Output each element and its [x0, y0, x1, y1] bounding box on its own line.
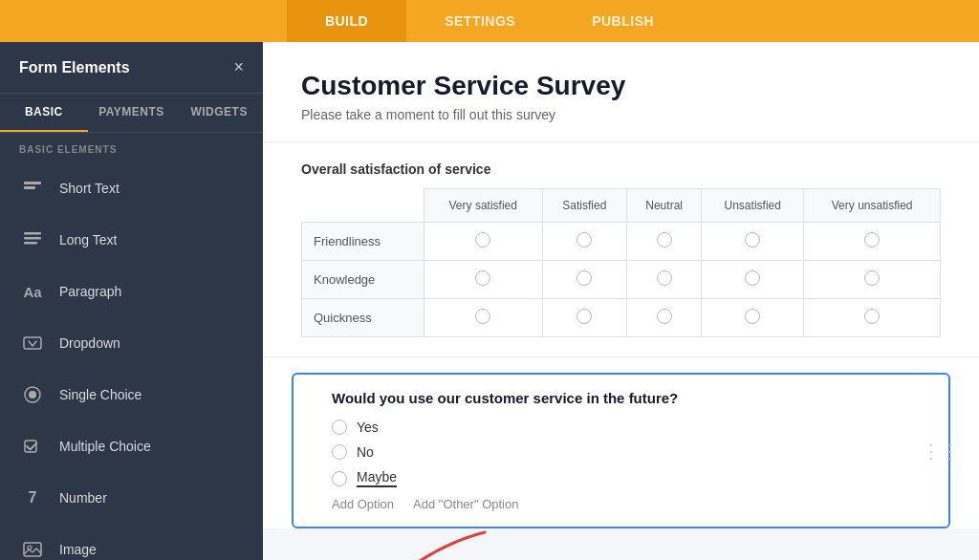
choice-option-yes[interactable]: Yes: [332, 420, 910, 435]
radio-quickness-1[interactable]: [475, 309, 490, 324]
matrix-header-empty: [302, 189, 424, 223]
matrix-row-label-friendliness: Friendliness: [302, 223, 424, 261]
close-button[interactable]: ×: [233, 57, 244, 77]
matrix-header-satisfied: Satisfied: [542, 189, 626, 223]
sidebar-item-single-choice[interactable]: Single Choice: [0, 369, 263, 420]
radio-friendliness-3[interactable]: [657, 232, 672, 248]
number-label: Number: [59, 490, 107, 506]
radio-no[interactable]: [332, 444, 347, 460]
choice-label-yes: Yes: [357, 420, 379, 435]
matrix-question: Overall satisfaction of service: [301, 162, 941, 177]
matrix-header-very-satisfied: Very satisfied: [424, 189, 542, 223]
sidebar-item-paragraph[interactable]: Aa Paragraph: [0, 266, 263, 317]
sidebar-title: Form Elements: [19, 59, 130, 76]
paragraph-icon: Aa: [19, 278, 46, 305]
choice-option-maybe[interactable]: Maybe: [332, 469, 910, 487]
radio-quickness-2[interactable]: [577, 309, 592, 324]
radio-knowledge-5[interactable]: [864, 270, 880, 286]
paragraph-label: Paragraph: [59, 284, 121, 299]
form-subtitle: Please take a moment to fill out this su…: [301, 107, 941, 122]
choice-question: Would you use our customer service in th…: [332, 390, 910, 406]
drag-handle[interactable]: ⋮⋮: [922, 440, 960, 463]
tab-publish[interactable]: PUBLISH: [554, 0, 692, 42]
radio-friendliness-1[interactable]: [475, 232, 490, 248]
radio-knowledge-1[interactable]: [475, 270, 490, 286]
tab-widgets[interactable]: WIDGETS: [175, 94, 263, 132]
tab-build[interactable]: BUILD: [287, 0, 406, 42]
choice-label-no: No: [357, 444, 374, 460]
tab-basic[interactable]: BASIC: [0, 94, 88, 132]
matrix-row-label-quickness: Quickness: [302, 299, 424, 337]
add-option-link[interactable]: Add Option: [332, 497, 394, 511]
sidebar-item-short-text[interactable]: Short Text: [0, 162, 263, 214]
radio-friendliness-4[interactable]: [745, 232, 760, 248]
sidebar-tabs: BASIC PAYMENTS WIDGETS: [0, 94, 263, 133]
add-other-option-link[interactable]: Add "Other" Option: [413, 497, 518, 511]
matrix-row-label-knowledge: Knowledge: [302, 261, 424, 299]
image-label: Image: [59, 542, 97, 557]
form-header: Customer Service Survey Please take a mo…: [263, 42, 979, 142]
svg-rect-0: [24, 182, 41, 184]
radio-maybe[interactable]: [332, 471, 347, 486]
dropdown-icon: [19, 330, 46, 356]
radio-knowledge-2[interactable]: [577, 270, 592, 286]
long-text-icon: [19, 226, 46, 253]
tab-payments[interactable]: PAYMENTS: [88, 94, 176, 132]
radio-friendliness-5[interactable]: [864, 232, 880, 248]
sidebar-header: Form Elements ×: [0, 42, 263, 94]
sidebar: Form Elements × BASIC PAYMENTS WIDGETS B…: [0, 42, 263, 560]
radio-quickness-4[interactable]: [745, 309, 760, 324]
short-text-label: Short Text: [59, 181, 120, 196]
sidebar-item-image[interactable]: Image: [0, 524, 263, 560]
sidebar-item-long-text[interactable]: Long Text: [0, 214, 263, 266]
form-title: Customer Service Survey: [301, 71, 941, 101]
image-icon: [19, 536, 46, 560]
content-area: Customer Service Survey Please take a mo…: [263, 42, 979, 560]
choice-label-maybe: Maybe: [357, 469, 397, 487]
multiple-choice-label: Multiple Choice: [59, 439, 151, 454]
radio-quickness-3[interactable]: [657, 309, 672, 324]
matrix-row-friendliness: Friendliness: [302, 223, 941, 261]
top-nav: BUILD SETTINGS PUBLISH: [0, 0, 979, 42]
short-text-icon: [19, 175, 46, 202]
matrix-header-neutral: Neutral: [627, 189, 702, 223]
single-choice-icon: [19, 381, 46, 408]
sidebar-item-multiple-choice[interactable]: Multiple Choice: [0, 420, 263, 472]
matrix-row-knowledge: Knowledge: [302, 261, 941, 299]
sidebar-item-dropdown[interactable]: Dropdown: [0, 317, 263, 369]
long-text-label: Long Text: [59, 232, 117, 248]
arrow-annotation: [370, 523, 504, 560]
sidebar-item-number[interactable]: 7 Number: [0, 472, 263, 524]
matrix-header-very-unsatisfied: Very unsatisfied: [804, 189, 941, 223]
svg-rect-9: [24, 543, 41, 556]
dropdown-label: Dropdown: [59, 335, 120, 351]
section-label: BASIC ELEMENTS: [0, 133, 263, 162]
add-options: Add Option Add "Other" Option: [332, 497, 910, 511]
radio-quickness-5[interactable]: [864, 309, 880, 324]
tab-settings[interactable]: SETTINGS: [406, 0, 554, 42]
choice-option-no[interactable]: No: [332, 444, 910, 460]
number-icon: 7: [19, 485, 46, 511]
matrix-header-unsatisfied: Unsatisfied: [702, 189, 804, 223]
radio-knowledge-3[interactable]: [657, 270, 672, 286]
matrix-section: Overall satisfaction of service Very sat…: [263, 142, 979, 357]
matrix-table: Very satisfied Satisfied Neutral Unsatis…: [301, 188, 941, 337]
multiple-choice-icon: [19, 433, 46, 460]
svg-rect-3: [24, 237, 41, 240]
single-choice-label: Single Choice: [59, 387, 141, 402]
svg-rect-1: [24, 186, 35, 189]
svg-point-7: [29, 391, 36, 398]
svg-point-10: [28, 546, 32, 549]
radio-friendliness-2[interactable]: [577, 232, 592, 248]
main-layout: Form Elements × BASIC PAYMENTS WIDGETS B…: [0, 42, 979, 560]
radio-yes[interactable]: [332, 420, 347, 435]
matrix-row-quickness: Quickness: [302, 299, 941, 337]
single-choice-section: Would you use our customer service in th…: [292, 373, 950, 528]
radio-knowledge-4[interactable]: [745, 270, 760, 286]
svg-rect-4: [24, 242, 37, 245]
form-preview: Customer Service Survey Please take a mo…: [263, 42, 979, 528]
svg-rect-2: [24, 232, 41, 235]
